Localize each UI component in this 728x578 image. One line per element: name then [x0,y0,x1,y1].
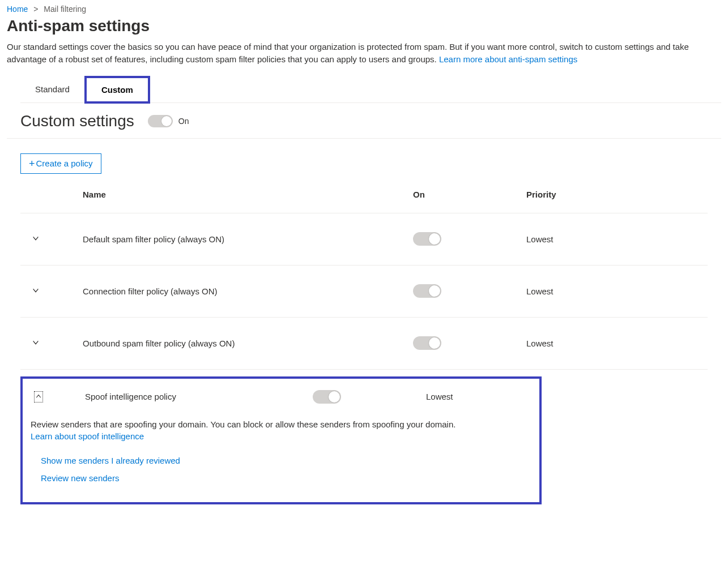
header-priority: Priority [526,190,640,199]
breadcrumb-separator: > [33,5,38,14]
custom-settings-title: Custom settings [20,112,134,130]
table-row: Spoof intelligence policy Lowest [23,379,539,415]
policy-priority: Lowest [526,339,640,348]
create-policy-button[interactable]: + Create a policy [20,153,101,174]
tabs: Standard Custom [20,76,721,103]
show-reviewed-senders-link[interactable]: Show me senders I already reviewed [41,456,531,465]
policy-name: Spoof intelligence policy [85,392,313,401]
expand-toggle[interactable] [23,391,85,403]
policy-on-toggle[interactable] [413,336,441,350]
policy-on-toggle[interactable] [313,390,341,404]
chevron-down-icon [32,234,39,241]
expand-toggle[interactable] [20,339,83,348]
breadcrumb-current: Mail filtering [44,5,86,14]
table-row: Connection filter policy (always ON) Low… [20,266,708,318]
table-header: Name On Priority [20,183,708,213]
expand-toggle[interactable] [20,234,83,244]
spoof-panel-description: Review senders that are spoofing your do… [31,419,455,429]
table-row: Default spam filter policy (always ON) L… [20,213,708,266]
chevron-down-icon [32,286,39,293]
policy-priority: Lowest [426,392,539,401]
plus-icon: + [29,159,35,169]
page-description: Our standard settings cover the basics s… [7,41,721,66]
create-policy-label: Create a policy [36,159,93,168]
page-title: Anti-spam settings [7,17,721,35]
policy-table: Name On Priority Default spam filter pol… [20,183,708,370]
policy-name: Connection filter policy (always ON) [83,286,413,296]
chevron-down-icon [32,339,39,345]
page-description-text: Our standard settings cover the basics s… [7,42,689,64]
tab-standard[interactable]: Standard [20,76,84,102]
header-name: Name [83,190,413,199]
tab-custom[interactable]: Custom [84,76,150,104]
policy-priority: Lowest [526,234,640,244]
policy-on-toggle[interactable] [413,284,441,298]
table-row: Outbound spam filter policy (always ON) … [20,318,708,370]
breadcrumb-home[interactable]: Home [7,5,28,14]
policy-priority: Lowest [526,286,640,296]
policy-name: Default spam filter policy (always ON) [83,234,413,244]
custom-settings-toggle[interactable] [148,115,173,127]
custom-settings-header: Custom settings On [7,103,721,139]
custom-settings-toggle-label: On [178,117,189,126]
chevron-up-icon [34,391,43,403]
policy-on-toggle[interactable] [413,232,441,246]
policy-name: Outbound spam filter policy (always ON) [83,339,413,348]
expand-toggle[interactable] [20,286,83,296]
review-new-senders-link[interactable]: Review new senders [41,473,531,483]
learn-more-link[interactable]: Learn more about anti-spam settings [439,54,577,64]
spoof-intelligence-panel: Spoof intelligence policy Lowest Review … [20,376,542,504]
header-on: On [413,190,526,199]
breadcrumb: Home > Mail filtering [7,5,721,14]
learn-spoof-link[interactable]: Learn about spoof intelligence [31,431,144,441]
